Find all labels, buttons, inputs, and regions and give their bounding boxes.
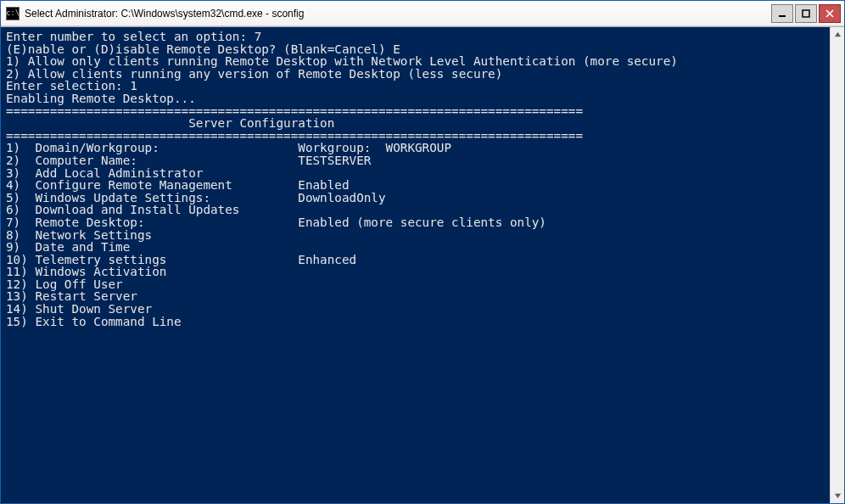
window-control-buttons	[769, 4, 841, 23]
scroll-down-button[interactable]	[831, 489, 844, 503]
console-line: 9) Date and Time	[6, 241, 826, 254]
console-line: 11) Windows Activation	[6, 266, 826, 278]
console-line: 15) Exit to Command Line	[6, 316, 826, 328]
window-title: Select Administrator: C:\Windows\system3…	[25, 8, 769, 20]
console-line: Server Configuration	[6, 117, 826, 130]
console-line: 1) Domain/Workgroup: Workgroup: WORKGROU…	[6, 142, 826, 154]
console-line: ========================================…	[6, 105, 826, 118]
svg-rect-0	[779, 15, 786, 17]
console-line: 4) Configure Remote Management Enabled	[6, 179, 826, 192]
client-area: Enter number to select an option: 7(E)na…	[1, 26, 844, 503]
console-line: 13) Restart Server	[6, 290, 826, 303]
console-output[interactable]: Enter number to select an option: 7(E)na…	[1, 27, 830, 503]
console-line: 2) Allow clients running any version of …	[6, 68, 826, 81]
console-line: 12) Log Off User	[6, 278, 826, 291]
svg-rect-1	[803, 10, 809, 17]
console-line: 6) Download and Install Updates	[6, 204, 826, 216]
console-line: 2) Computer Name: TESTSERVER	[6, 154, 826, 167]
titlebar[interactable]: c:\ Select Administrator: C:\Windows\sys…	[1, 1, 844, 26]
console-line: (E)nable or (D)isable Remote Desktop? (B…	[6, 43, 826, 56]
vertical-scrollbar[interactable]	[830, 27, 844, 503]
console-line: Enter number to select an option: 7	[6, 31, 826, 43]
console-line: Enabling Remote Desktop...	[6, 92, 826, 105]
minimize-button[interactable]	[771, 4, 793, 23]
scroll-up-button[interactable]	[831, 27, 844, 42]
console-line: 7) Remote Desktop: Enabled (more secure …	[6, 216, 826, 229]
close-button[interactable]	[819, 4, 841, 23]
console-line: 8) Network Settings	[6, 229, 826, 242]
scrollbar-track[interactable]	[831, 42, 844, 489]
console-line: 3) Add Local Administrator	[6, 167, 826, 180]
console-line: ========================================…	[6, 130, 826, 143]
cmd-icon[interactable]: c:\	[6, 7, 20, 20]
console-line: 1) Allow only clients running Remote Des…	[6, 55, 826, 68]
console-line: 10) Telemetry settings Enhanced	[6, 254, 826, 266]
maximize-button[interactable]	[795, 4, 817, 23]
console-line: Enter selection: 1	[6, 80, 826, 92]
window-frame: c:\ Select Administrator: C:\Windows\sys…	[0, 0, 845, 504]
console-line: 5) Windows Update Settings: DownloadOnly	[6, 192, 826, 204]
console-line: 14) Shut Down Server	[6, 303, 826, 316]
